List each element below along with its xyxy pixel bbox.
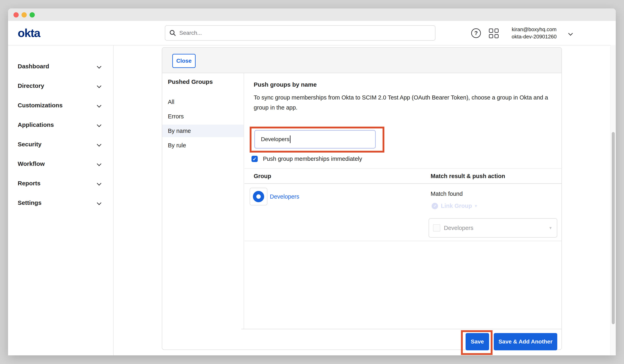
scrollbar-thumb[interactable] [612, 132, 615, 324]
close-window-icon[interactable] [13, 12, 19, 18]
description-text: To sync group memberships from Okta to S… [254, 92, 555, 113]
sidebar-item-workflow[interactable]: Workflow [8, 154, 113, 174]
minimize-window-icon[interactable] [22, 12, 27, 18]
pushed-groups-subnav: Pushed Groups All Errors By name By rule [162, 73, 244, 330]
zoom-window-icon[interactable] [29, 12, 35, 18]
sidebar-item-security[interactable]: Security [8, 134, 113, 154]
chevron-down-icon [97, 122, 102, 127]
app-grid-icon[interactable] [489, 28, 498, 38]
push-immediately-label: Push group memberships immediately [263, 156, 362, 162]
subnav-item-by-rule[interactable]: By rule [162, 139, 244, 152]
sidebar-item-reports[interactable]: Reports [8, 174, 113, 193]
subnav-item-by-name[interactable]: By name [162, 125, 244, 137]
push-groups-main: Push groups by name To sync group member… [244, 73, 562, 330]
push-immediately-checkbox[interactable]: ✓ [252, 156, 258, 162]
chevron-down-icon [97, 200, 102, 205]
push-groups-panel: Close Pushed Groups All Errors By name B… [162, 47, 562, 350]
help-icon[interactable]: ? [471, 28, 481, 38]
account-chevron-down-icon[interactable] [568, 31, 573, 36]
table-row-divider [244, 241, 562, 241]
table-header-divider [244, 183, 562, 184]
page-title: Push groups by name [254, 81, 317, 88]
search-icon [169, 29, 176, 36]
group-icon [253, 191, 264, 202]
account-org: okta-dev-20901260 [505, 33, 563, 40]
sidebar-item-dashboard[interactable]: Dashboard [8, 56, 113, 76]
link-group-dropdown[interactable]: Link Group ▾ [432, 203, 477, 209]
sidebar-item-customizations[interactable]: Customizations [8, 96, 113, 115]
panel-footer: Save Save & Add Another [241, 329, 562, 350]
column-header-match-result: Match result & push action [431, 173, 505, 180]
chevron-down-icon [97, 161, 102, 166]
save-add-another-button[interactable]: Save & Add Another [494, 333, 557, 350]
app-header: okta ? kiran@boxyhq.com okta-dev-2090126… [8, 21, 616, 45]
chevron-down-icon [97, 103, 102, 107]
subnav-item-errors[interactable]: Errors [162, 110, 244, 123]
table-top-divider [244, 168, 562, 169]
scrollbar-track[interactable] [610, 45, 616, 355]
text-cursor [290, 135, 290, 143]
chevron-down-icon [97, 142, 102, 147]
group-input-annotation: Developers [250, 127, 384, 153]
sidebar-item-applications[interactable]: Applications [8, 115, 113, 134]
chevron-down-icon [97, 181, 102, 185]
caret-down-icon: ▾ [475, 203, 477, 209]
sidebar-item-directory[interactable]: Directory [8, 76, 113, 96]
push-immediately-row: ✓ Push group memberships immediately [252, 156, 362, 162]
match-result-text: Match found [431, 190, 463, 197]
search-input[interactable] [179, 30, 431, 36]
search-bar[interactable] [165, 25, 435, 41]
group-avatar [250, 188, 267, 206]
app-group-placeholder-icon [433, 224, 440, 232]
panel-header: Close [162, 48, 562, 73]
account-menu[interactable]: kiran@boxyhq.com okta-dev-20901260 [505, 26, 563, 40]
window-titlebar [8, 8, 616, 21]
okta-logo: okta [18, 26, 40, 40]
group-name-link[interactable]: Developers [270, 193, 299, 200]
chevron-down-icon [97, 83, 102, 88]
column-header-group: Group [254, 173, 271, 180]
caret-down-icon: ▾ [549, 225, 552, 231]
sidebar-item-settings[interactable]: Settings [8, 193, 113, 212]
group-name-input[interactable]: Developers [254, 130, 376, 149]
app-window: okta ? kiran@boxyhq.com okta-dev-2090126… [8, 8, 616, 355]
sidebar: Dashboard Directory Customizations Appli… [8, 45, 114, 355]
chevron-down-icon [97, 64, 102, 69]
app-group-select[interactable]: Developers ▾ [429, 218, 557, 237]
subnav-item-all[interactable]: All [162, 96, 244, 108]
save-button[interactable]: Save [466, 333, 489, 350]
account-email: kiran@boxyhq.com [505, 26, 563, 33]
link-icon [432, 203, 438, 209]
close-button[interactable]: Close [172, 54, 196, 68]
subnav-title: Pushed Groups [168, 78, 213, 85]
